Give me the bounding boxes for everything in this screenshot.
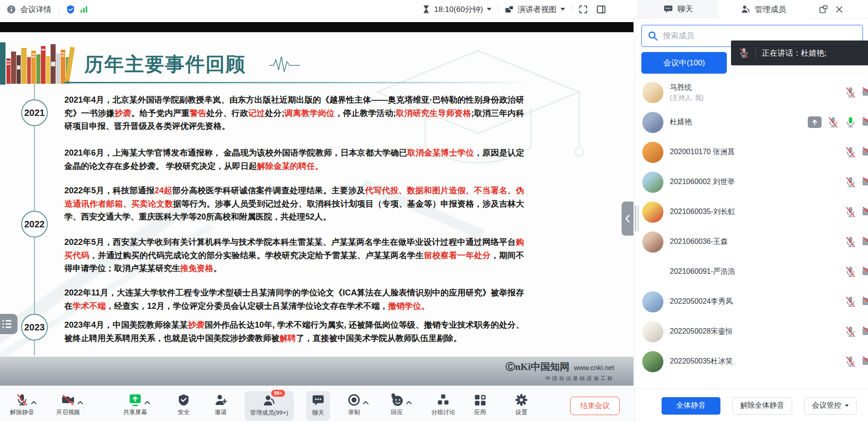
camera-muted-icon-clipped[interactable]	[862, 237, 868, 248]
member-name: 马胜统	[670, 83, 703, 92]
unmute-button[interactable]: 解除静音	[10, 393, 34, 419]
mic-muted-icon[interactable]	[845, 326, 857, 338]
chat-bubble-icon	[663, 4, 673, 14]
record-label: 录制	[348, 408, 360, 416]
member-name: 2021060035-刘长虹	[670, 207, 735, 217]
mic-muted-icon[interactable]	[845, 87, 857, 98]
camera-muted-icon-clipped[interactable]	[862, 87, 868, 98]
camera-muted-icon-clipped[interactable]	[862, 326, 868, 337]
mic-muted-icon[interactable]	[845, 206, 857, 218]
divider	[58, 5, 59, 13]
breakout-rooms-button[interactable]: 分组讨论	[431, 393, 455, 419]
end-meeting-button[interactable]: 结束会议	[570, 397, 620, 415]
dropdown-caret-icon	[845, 405, 849, 409]
settings-button[interactable]: 设置	[515, 393, 528, 419]
share-screen-button[interactable]: 共享屏幕	[123, 393, 147, 419]
sidebar-collapse-handle[interactable]	[622, 202, 634, 236]
meeting-controls-button[interactable]: 会议管控	[804, 397, 857, 415]
member-row[interactable]: 2021060035-刘长虹	[635, 197, 868, 227]
speaking-toast-text: 正在讲话：杜婧艳;	[762, 48, 827, 58]
tab-chat[interactable]: 聊天	[638, 0, 719, 18]
network-signal-icon[interactable]	[80, 5, 88, 14]
slide-title: 历年主要事件回顾	[84, 52, 246, 77]
tab-in-meeting[interactable]: 会议中(100)	[641, 52, 727, 74]
camera-muted-icon-clipped[interactable]	[862, 117, 868, 128]
info-icon[interactable]	[6, 5, 16, 14]
side-panel-icon[interactable]	[596, 5, 606, 14]
apps-label: 应用	[474, 408, 486, 416]
member-row[interactable]: 2022050035杜冰笑	[635, 347, 868, 376]
share-options-chevron[interactable]	[144, 398, 150, 406]
view-dropdown-icon[interactable]	[560, 8, 565, 13]
avatar	[642, 351, 663, 372]
video-options-chevron[interactable]	[77, 398, 83, 406]
camera-muted-icon-clipped[interactable]	[862, 266, 868, 277]
view-mode-selector[interactable]: 演讲者视图	[518, 4, 557, 15]
breakout-rooms-label: 分组讨论	[431, 408, 455, 416]
mic-muted-icon[interactable]	[845, 146, 857, 158]
mic-muted-icon[interactable]	[845, 356, 857, 368]
camera-muted-icon-clipped[interactable]	[862, 147, 868, 158]
avatar	[642, 231, 663, 253]
security-button[interactable]: 安全	[177, 393, 190, 419]
close-panel-icon[interactable]	[835, 6, 843, 13]
avatar	[642, 321, 663, 342]
reactions-button[interactable]: 回应	[390, 393, 404, 419]
member-name: 2022050035杜冰笑	[670, 357, 733, 366]
member-row[interactable]: 2021060036-王森	[635, 227, 868, 257]
member-row[interactable]: 2021060091-严浩浩	[635, 257, 868, 287]
tab-manage-members[interactable]: 管理成员	[719, 0, 809, 18]
member-row[interactable]: 2022050024李秀凤	[635, 287, 868, 317]
members-count-badge: 99+	[271, 390, 286, 397]
record-button[interactable]: 录制	[348, 393, 360, 419]
manage-members-button[interactable]: 99+ 管理成员(99+)	[245, 391, 294, 421]
mic-active-icon[interactable]	[845, 116, 857, 128]
meeting-details-link[interactable]: 会议详情	[20, 4, 51, 15]
mic-muted-icon[interactable]	[827, 116, 839, 128]
member-row[interactable]: 杜婧艳	[635, 107, 868, 137]
member-name: 杜婧艳	[670, 117, 692, 127]
reactions-options-chevron[interactable]	[406, 398, 412, 406]
member-name: 2021060002 刘世举	[670, 177, 735, 187]
unmute-all-button[interactable]: 解除全体静音	[732, 397, 792, 415]
mic-muted-icon[interactable]	[845, 266, 857, 278]
shared-screen-stage: 历年主要事件回顾 2021 2022 2023 2021年4月，北京某外国语学院…	[0, 18, 634, 389]
slide-paragraph-2022a: 2022年5月，科技部通报24起部分高校医学科研诚信案件调查处理结果。主要涉及代…	[64, 184, 524, 224]
slide-paragraph-2022b: 2022年5月，西安某大学收到有关计算机科学与技术学院本科生雷某某、卢某某两名学…	[64, 236, 524, 275]
member-row[interactable]: 马胜统 (主持人, 我)	[635, 77, 868, 107]
member-row[interactable]: 2021060002 刘世举	[635, 167, 868, 197]
start-video-button[interactable]: 开启视频	[56, 393, 80, 419]
slide-paragraph-2021a: 2021年4月，北京某外国语学院副教授芈岚、由东方出版社近期出版的《越界性主体—…	[64, 93, 524, 133]
screen-sharing-icon	[808, 116, 822, 128]
invite-button[interactable]: 邀请	[214, 393, 227, 419]
start-video-label: 开启视频	[56, 408, 80, 416]
mic-options-chevron[interactable]	[31, 398, 37, 406]
tab-members-label: 管理成员	[755, 4, 786, 15]
panel-resize-grip[interactable]	[635, 206, 639, 231]
avatar	[642, 172, 663, 193]
popout-panel-icon[interactable]	[819, 5, 828, 14]
slide-outline-button[interactable]	[0, 314, 17, 334]
toast-divider	[755, 47, 756, 59]
member-search-input[interactable]	[663, 31, 838, 40]
chat-button[interactable]: 聊天	[306, 391, 330, 421]
member-row[interactable]: 2022050028宋銮恒	[635, 317, 868, 347]
apps-button[interactable]: 应用	[474, 393, 486, 419]
camera-muted-icon-clipped[interactable]	[862, 207, 868, 218]
mic-muted-icon[interactable]	[845, 176, 857, 188]
settings-label: 设置	[515, 408, 527, 416]
mic-muted-icon[interactable]	[845, 296, 857, 308]
slide-paragraph-2022c: 2022年11月，大连某大学软件工程专业学术型硕士吕某清同学的学位论文《ICA算…	[64, 286, 524, 312]
timer-dropdown-icon[interactable]	[487, 8, 491, 13]
camera-muted-icon-clipped[interactable]	[862, 177, 868, 188]
mic-muted-icon[interactable]	[845, 236, 857, 248]
fullscreen-icon[interactable]	[578, 5, 588, 14]
record-options-chevron[interactable]	[363, 398, 369, 406]
tab-chat-label: 聊天	[678, 4, 693, 14]
camera-muted-icon-clipped[interactable]	[862, 356, 868, 367]
camera-muted-icon-clipped[interactable]	[862, 296, 868, 307]
member-row[interactable]: 2020010170 张洲菖	[635, 137, 868, 167]
panel-tabs: 聊天 管理成员	[637, 0, 868, 18]
shield-check-icon[interactable]	[66, 5, 75, 14]
mute-all-button[interactable]: 全体静音	[662, 397, 720, 415]
